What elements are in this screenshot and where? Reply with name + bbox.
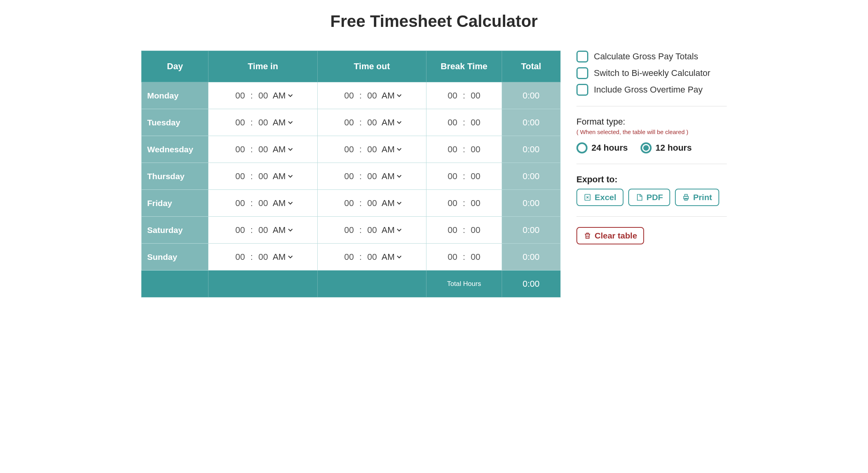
time-out-hour-input[interactable] (342, 91, 356, 101)
time-out-minute-input[interactable] (365, 225, 379, 235)
time-out-cell: :AMPM (317, 163, 426, 190)
time-out-minute-input[interactable] (365, 91, 379, 101)
time-in-hour-input[interactable] (233, 225, 247, 235)
time-in-ampm-select[interactable]: AMPM (273, 252, 293, 262)
break-hour-input[interactable] (445, 144, 460, 155)
checkbox-icon (576, 84, 588, 96)
time-out-cell: :AMPM (317, 109, 426, 136)
time-out-hour-input[interactable] (342, 252, 356, 262)
export-pdf-button[interactable]: PDF (628, 189, 670, 206)
break-hour-input[interactable] (445, 171, 460, 182)
colon: : (250, 144, 254, 155)
option-label: Switch to Bi-weekly Calculator (594, 68, 711, 78)
time-out-ampm-select[interactable]: AMPM (381, 252, 402, 262)
divider (576, 106, 727, 106)
time-out-ampm-select[interactable]: AMPM (381, 144, 402, 154)
time-in-minute-input[interactable] (256, 252, 270, 262)
radio-12-hours[interactable]: 12 hours (641, 142, 692, 153)
colon: : (358, 198, 362, 208)
col-header-day: Day (142, 51, 208, 82)
colon: : (358, 225, 362, 235)
time-in-minute-input[interactable] (256, 91, 270, 101)
time-in-ampm-select[interactable]: AMPM (273, 91, 293, 100)
time-out-ampm-select[interactable]: AMPM (381, 198, 402, 208)
break-minute-input[interactable] (468, 225, 483, 235)
sidebar: Calculate Gross Pay Totals Switch to Bi-… (576, 51, 727, 297)
break-minute-input[interactable] (468, 171, 483, 182)
colon: : (462, 252, 466, 262)
time-in-minute-input[interactable] (256, 171, 270, 182)
radio-icon (641, 142, 652, 153)
time-in-minute-input[interactable] (256, 225, 270, 235)
time-in-ampm-select[interactable]: AMPM (273, 144, 293, 154)
break-minute-input[interactable] (468, 198, 483, 208)
radio-24-hours[interactable]: 24 hours (576, 142, 628, 153)
time-in-minute-input[interactable] (256, 198, 270, 208)
button-label: Clear table (595, 231, 637, 240)
radio-label: 24 hours (591, 143, 628, 153)
time-in-hour-input[interactable] (233, 91, 247, 101)
time-out-ampm-select[interactable]: AMPM (381, 91, 402, 100)
break-hour-input[interactable] (445, 198, 460, 208)
time-out-ampm-select[interactable]: AMPM (381, 225, 402, 235)
time-in-cell: :AMPM (208, 217, 317, 244)
break-cell: : (426, 163, 502, 190)
time-in-hour-input[interactable] (233, 117, 247, 128)
colon: : (250, 252, 254, 262)
break-hour-input[interactable] (445, 252, 460, 262)
time-in-hour-input[interactable] (233, 198, 247, 208)
day-cell: Sunday (142, 244, 208, 271)
break-cell: : (426, 109, 502, 136)
break-minute-input[interactable] (468, 252, 483, 262)
break-cell: : (426, 190, 502, 217)
table-row: Friday:AMPM:AMPM:0:00 (142, 190, 561, 217)
colon: : (358, 171, 362, 182)
time-out-ampm-select[interactable]: AMPM (381, 117, 402, 127)
time-in-hour-input[interactable] (233, 171, 247, 182)
time-in-hour-input[interactable] (233, 252, 247, 262)
time-out-minute-input[interactable] (365, 252, 379, 262)
break-hour-input[interactable] (445, 117, 460, 128)
option-biweekly[interactable]: Switch to Bi-weekly Calculator (576, 67, 727, 79)
time-out-minute-input[interactable] (365, 117, 379, 128)
table-row: Tuesday:AMPM:AMPM:0:00 (142, 109, 561, 136)
break-hour-input[interactable] (445, 91, 460, 101)
time-out-hour-input[interactable] (342, 225, 356, 235)
export-excel-button[interactable]: Excel (576, 189, 624, 206)
break-minute-input[interactable] (468, 144, 483, 155)
time-out-ampm-select[interactable]: AMPM (381, 171, 402, 181)
time-in-cell: :AMPM (208, 82, 317, 109)
time-out-cell: :AMPM (317, 136, 426, 163)
option-overtime[interactable]: Include Gross Overtime Pay (576, 84, 727, 96)
row-total-cell: 0:00 (502, 190, 560, 217)
button-label: Excel (595, 193, 616, 202)
row-total-cell: 0:00 (502, 136, 560, 163)
row-total-cell: 0:00 (502, 217, 560, 244)
total-hours-label: Total Hours (426, 271, 502, 297)
day-cell: Friday (142, 190, 208, 217)
time-out-hour-input[interactable] (342, 144, 356, 155)
time-in-ampm-select[interactable]: AMPM (273, 198, 293, 208)
colon: : (250, 198, 254, 208)
time-in-minute-input[interactable] (256, 117, 270, 128)
break-hour-input[interactable] (445, 225, 460, 235)
print-button[interactable]: Print (675, 189, 719, 206)
table-row: Saturday:AMPM:AMPM:0:00 (142, 217, 561, 244)
time-out-hour-input[interactable] (342, 171, 356, 182)
break-cell: : (426, 136, 502, 163)
break-minute-input[interactable] (468, 117, 483, 128)
time-in-ampm-select[interactable]: AMPM (273, 117, 293, 127)
time-in-minute-input[interactable] (256, 144, 270, 155)
time-in-ampm-select[interactable]: AMPM (273, 225, 293, 235)
clear-table-button[interactable]: Clear table (576, 227, 644, 244)
colon: : (358, 144, 362, 155)
time-out-minute-input[interactable] (365, 198, 379, 208)
option-gross-pay[interactable]: Calculate Gross Pay Totals (576, 51, 727, 62)
time-out-minute-input[interactable] (365, 144, 379, 155)
break-minute-input[interactable] (468, 91, 483, 101)
time-in-ampm-select[interactable]: AMPM (273, 171, 293, 181)
time-in-hour-input[interactable] (233, 144, 247, 155)
time-out-hour-input[interactable] (342, 198, 356, 208)
time-out-minute-input[interactable] (365, 171, 379, 182)
time-out-hour-input[interactable] (342, 117, 356, 128)
